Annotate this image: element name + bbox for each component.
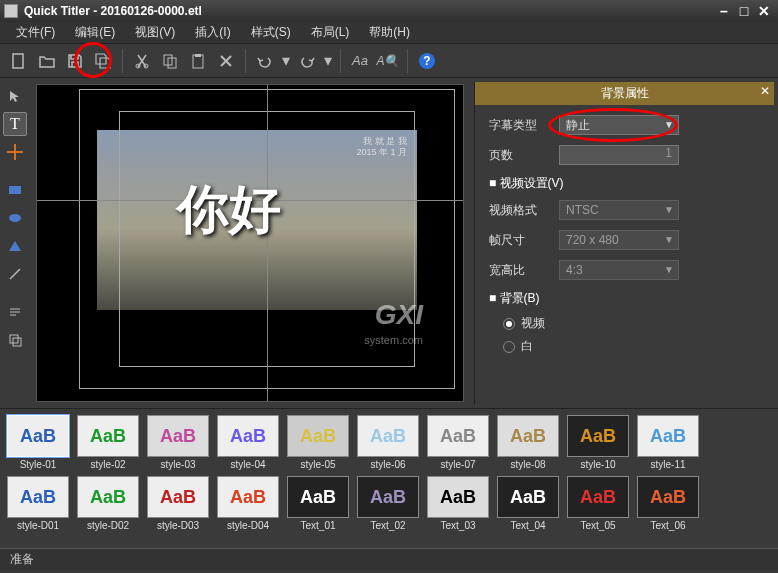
align-tool[interactable] [3, 300, 27, 324]
copy-button[interactable] [157, 48, 183, 74]
style-item[interactable]: AaBText_01 [286, 476, 350, 531]
style-item[interactable]: AaBstyle-07 [426, 415, 490, 470]
menu-layout[interactable]: 布局(L) [301, 22, 360, 43]
window-title: Quick Titler - 20160126-0000.etl [24, 4, 202, 18]
style-item[interactable]: AaBstyle-05 [286, 415, 350, 470]
text-tool[interactable]: T [3, 112, 27, 136]
redo-dropdown[interactable]: ▾ [322, 48, 334, 74]
style-thumbnail: AaB [287, 476, 349, 518]
style-thumbnail: AaB [357, 415, 419, 457]
style-thumbnail: AaB [357, 476, 419, 518]
main-area: T 我 就 是 我 2015 年 1 月 你好 GXI system.com 背… [0, 78, 778, 408]
style-item[interactable]: AaBText_06 [636, 476, 700, 531]
video-settings-section: ■ 视频设置(V) [489, 175, 760, 192]
menu-insert[interactable]: 插入(I) [185, 22, 240, 43]
open-button[interactable] [34, 48, 60, 74]
menubar: 文件(F) 编辑(E) 视图(V) 插入(I) 样式(S) 布局(L) 帮助(H… [0, 22, 778, 44]
style-label: style-05 [300, 459, 335, 470]
canvas[interactable]: 我 就 是 我 2015 年 1 月 你好 GXI system.com [36, 84, 464, 402]
style-thumbnail: AaB [637, 476, 699, 518]
style-item[interactable]: AaBstyle-D04 [216, 476, 280, 531]
svg-rect-18 [13, 338, 21, 346]
svg-rect-0 [13, 54, 23, 68]
style-item[interactable]: AaBstyle-04 [216, 415, 280, 470]
layers-tool[interactable] [3, 328, 27, 352]
style-item[interactable]: AaBText_03 [426, 476, 490, 531]
svg-point-12 [9, 214, 21, 222]
redo-button[interactable] [294, 48, 320, 74]
aspect-select[interactable]: 4:3 ▼ [559, 260, 679, 280]
statusbar: 准备 [0, 548, 778, 570]
paste-button[interactable] [185, 48, 211, 74]
line-tool[interactable] [3, 262, 27, 286]
menu-edit[interactable]: 编辑(E) [65, 22, 125, 43]
style-thumbnail: AaB [567, 476, 629, 518]
style-label: Text_05 [580, 520, 615, 531]
panel-close-icon[interactable]: ✕ [760, 84, 770, 98]
ellipse-tool[interactable] [3, 206, 27, 230]
style-thumbnail: AaB [427, 476, 489, 518]
video-format-select[interactable]: NTSC ▼ [559, 200, 679, 220]
style-item[interactable]: AaBStyle-01 [6, 415, 70, 470]
rectangle-tool[interactable] [3, 178, 27, 202]
style-item[interactable]: AaBText_05 [566, 476, 630, 531]
subtitle-type-select[interactable]: 静止 ▼ [559, 115, 679, 135]
svg-rect-6 [195, 54, 201, 57]
save-button[interactable] [62, 48, 88, 74]
new-button[interactable] [6, 48, 32, 74]
menu-view[interactable]: 视图(V) [125, 22, 185, 43]
pointer-tool[interactable] [3, 84, 27, 108]
triangle-tool[interactable] [3, 234, 27, 258]
radio-white[interactable]: 白 [503, 338, 760, 355]
text-style-button[interactable]: Aa [347, 48, 373, 74]
style-label: style-10 [580, 459, 615, 470]
style-label: style-D02 [87, 520, 129, 531]
background-section: ■ 背景(B) [489, 290, 760, 307]
undo-dropdown[interactable]: ▾ [280, 48, 292, 74]
svg-rect-17 [10, 335, 18, 343]
menu-help[interactable]: 帮助(H) [359, 22, 420, 43]
style-item[interactable]: AaBstyle-11 [636, 415, 700, 470]
frame-size-select[interactable]: 720 x 480 ▼ [559, 230, 679, 250]
style-label: style-08 [510, 459, 545, 470]
style-item[interactable]: AaBstyle-D02 [76, 476, 140, 531]
watermark-sub: system.com [364, 334, 423, 346]
style-item[interactable]: AaBstyle-03 [146, 415, 210, 470]
style-thumbnail: AaB [427, 415, 489, 457]
style-thumbnail: AaB [497, 415, 559, 457]
style-label: style-06 [370, 459, 405, 470]
style-item[interactable]: AaBText_04 [496, 476, 560, 531]
style-item[interactable]: AaBstyle-06 [356, 415, 420, 470]
style-item[interactable]: AaBstyle-10 [566, 415, 630, 470]
menu-file[interactable]: 文件(F) [6, 22, 65, 43]
left-toolbar: T [0, 78, 30, 408]
style-item[interactable]: AaBstyle-02 [76, 415, 140, 470]
style-label: style-D01 [17, 520, 59, 531]
cut-button[interactable] [129, 48, 155, 74]
style-item[interactable]: AaBstyle-08 [496, 415, 560, 470]
titlebar: Quick Titler - 20160126-0000.etl – □ ✕ [0, 0, 778, 22]
chevron-down-icon: ▼ [664, 264, 674, 275]
minimize-button[interactable]: – [714, 3, 734, 19]
radio-icon [503, 318, 515, 330]
radio-icon [503, 341, 515, 353]
style-thumbnail: AaB [7, 476, 69, 518]
chevron-down-icon: ▼ [664, 234, 674, 245]
close-button[interactable]: ✕ [754, 3, 774, 19]
style-label: Text_01 [300, 520, 335, 531]
undo-button[interactable] [252, 48, 278, 74]
subtitle-type-label: 字幕类型 [489, 117, 559, 134]
maximize-button[interactable]: □ [734, 3, 754, 19]
style-item[interactable]: AaBText_02 [356, 476, 420, 531]
menu-style[interactable]: 样式(S) [241, 22, 301, 43]
style-item[interactable]: AaBstyle-D01 [6, 476, 70, 531]
title-text[interactable]: 你好 [177, 175, 281, 245]
radio-video[interactable]: 视频 [503, 315, 760, 332]
delete-button[interactable] [213, 48, 239, 74]
help-button[interactable]: ? [414, 48, 440, 74]
pages-input[interactable]: 1 [559, 145, 679, 165]
crosshair-tool[interactable] [3, 140, 27, 164]
text-search-button[interactable]: A🔍 [375, 48, 401, 74]
save-as-button[interactable] [90, 48, 116, 74]
style-item[interactable]: AaBstyle-D03 [146, 476, 210, 531]
